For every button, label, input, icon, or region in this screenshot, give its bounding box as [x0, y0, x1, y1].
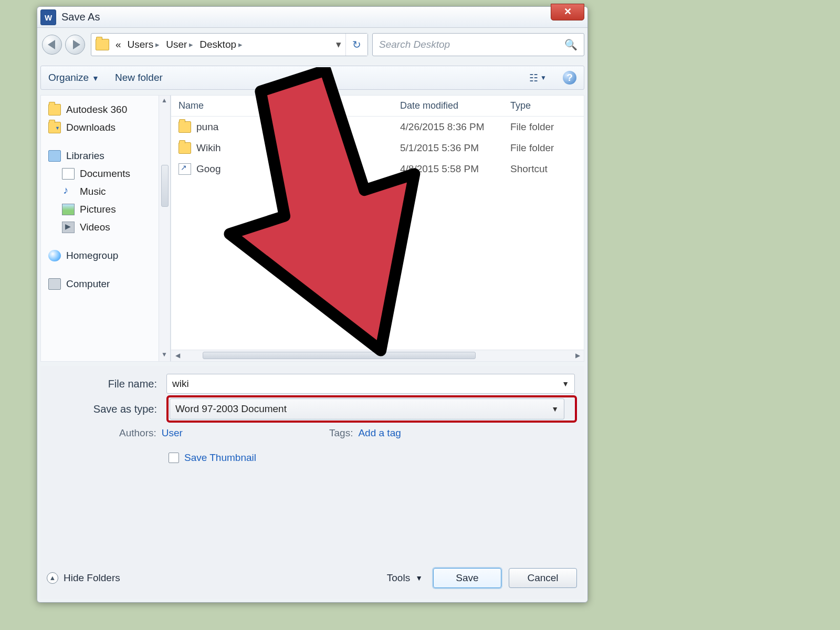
save-thumbnail-label[interactable]: Save Thumbnail [184, 452, 256, 464]
scroll-up-icon[interactable]: ▲ [160, 97, 169, 106]
save-type-highlight: Word 97-2003 Document ▼ [166, 395, 577, 423]
sidebar-item[interactable]: Autodesk 360 [48, 101, 166, 119]
column-name[interactable]: Name [178, 100, 400, 111]
sidebar-item-documents[interactable]: Documents [48, 165, 166, 183]
title-bar: W Save As ✕ [37, 7, 587, 28]
horizontal-scrollbar[interactable]: ◀ ▶ [171, 350, 584, 361]
chevron-up-icon: ▲ [47, 572, 58, 584]
libraries-icon [48, 150, 61, 162]
sidebar-item[interactable]: Downloads [48, 119, 166, 136]
tags-value[interactable]: Add a tag [358, 427, 401, 439]
nav-back-button[interactable] [42, 35, 62, 55]
organize-menu[interactable]: Organize▼ [48, 72, 99, 83]
sidebar-item-music[interactable]: Music [48, 183, 166, 201]
sidebar-item-computer[interactable]: Computer [48, 275, 166, 293]
chevron-right-icon: ▸ [238, 40, 243, 49]
help-button[interactable]: ? [563, 71, 576, 85]
window-title: Save As [61, 11, 100, 23]
authors-value[interactable]: User [162, 427, 183, 439]
authors-label: Authors: [119, 427, 156, 439]
homegroup-icon [48, 250, 61, 261]
chevron-down-icon[interactable]: ▼ [551, 405, 559, 413]
folder-icon [178, 142, 191, 154]
save-type-dropdown[interactable]: Word 97-2003 Document ▼ [170, 398, 564, 419]
sidebar-item-pictures[interactable]: Pictures [48, 201, 166, 218]
music-icon [62, 186, 75, 197]
scroll-thumb[interactable] [203, 352, 476, 359]
save-thumbnail-checkbox[interactable] [169, 453, 179, 463]
search-placeholder: Search Desktop [379, 39, 450, 50]
hide-folders-toggle[interactable]: ▲ Hide Folders [47, 572, 120, 584]
computer-icon [48, 278, 61, 290]
filename-value: wiki [172, 378, 189, 390]
breadcrumb-bar[interactable]: « Users▸ User▸ Desktop▸ ▾ ↻ [91, 33, 368, 56]
save-as-dialog: W Save As ✕ « Users▸ User▸ Desktop▸ ▾ ↻ … [37, 6, 588, 603]
shortcut-icon [178, 163, 191, 175]
scroll-thumb[interactable] [161, 165, 169, 207]
organize-toolbar: Organize▼ New folder ☷ ▼ ? [40, 66, 584, 90]
sidebar-item-videos[interactable]: Videos [48, 218, 166, 236]
chevron-right-icon: ▸ [189, 40, 193, 49]
column-headers[interactable]: Name Date modified Type [171, 96, 584, 117]
folder-icon [96, 39, 109, 50]
search-input[interactable]: Search Desktop 🔍 [372, 33, 584, 56]
breadcrumb-prefix: « [116, 39, 121, 50]
folder-icon [48, 104, 61, 116]
scroll-down-icon[interactable]: ▼ [160, 351, 169, 360]
videos-icon [62, 222, 75, 233]
column-type[interactable]: Type [510, 100, 584, 111]
form-panel: File name: wiki ▼ Save as type: Word 97-… [40, 366, 584, 599]
nav-forward-button[interactable] [65, 35, 85, 55]
save-button[interactable]: Save [433, 568, 501, 588]
breadcrumb-seg[interactable]: User [166, 39, 187, 50]
chevron-down-icon: ▼ [92, 74, 99, 82]
word-app-icon: W [40, 9, 56, 25]
breadcrumb-seg[interactable]: Users [128, 39, 154, 50]
chevron-down-icon[interactable]: ▼ [562, 380, 569, 388]
save-type-label: Save as type: [40, 403, 166, 415]
filename-input[interactable]: wiki ▼ [166, 374, 575, 394]
chevron-down-icon: ▼ [415, 574, 423, 582]
downloads-icon [48, 122, 61, 133]
folder-icon [178, 121, 191, 133]
refresh-button[interactable]: ↻ [345, 34, 368, 56]
document-icon [62, 168, 75, 180]
breadcrumb-seg[interactable]: Desktop [200, 39, 236, 50]
file-row[interactable]: Wikih 5/1/2015 5:36 PM File folder [171, 138, 584, 159]
sidebar-scrollbar[interactable]: ▲ ▼ [159, 96, 170, 361]
tags-label: Tags: [329, 427, 353, 439]
breadcrumb-history-dropdown[interactable]: ▾ [333, 34, 344, 56]
scroll-right-icon[interactable]: ▶ [573, 352, 582, 359]
navigation-sidebar: Autodesk 360 Downloads Libraries Documen… [40, 95, 171, 362]
tools-menu[interactable]: Tools ▼ [387, 572, 423, 584]
scroll-left-icon[interactable]: ◀ [173, 352, 182, 359]
file-row[interactable]: Goog 4/8/2015 5:58 PM Shortcut [171, 159, 584, 180]
view-options-button[interactable]: ☷ ▼ [529, 71, 547, 85]
filename-label: File name: [40, 378, 166, 390]
search-icon: 🔍 [564, 38, 578, 51]
close-button[interactable]: ✕ [551, 4, 584, 20]
new-folder-button[interactable]: New folder [115, 72, 163, 83]
sidebar-item-homegroup[interactable]: Homegroup [48, 247, 166, 265]
file-list-pane: Name Date modified Type puna 4/26/2015 8… [171, 95, 584, 362]
column-date[interactable]: Date modified [400, 100, 510, 111]
nav-row: « Users▸ User▸ Desktop▸ ▾ ↻ Search Deskt… [40, 33, 584, 58]
cancel-button[interactable]: Cancel [509, 568, 577, 588]
pictures-icon [62, 204, 75, 215]
chevron-right-icon: ▸ [155, 40, 160, 49]
save-type-value: Word 97-2003 Document [175, 403, 287, 415]
sidebar-item-libraries[interactable]: Libraries [48, 147, 166, 165]
file-row[interactable]: puna 4/26/2015 8:36 PM File folder [171, 117, 584, 138]
